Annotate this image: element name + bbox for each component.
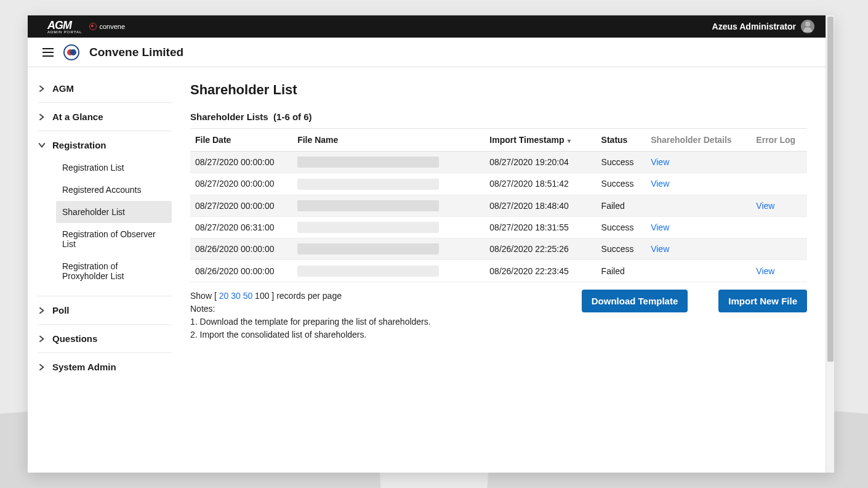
cell-import-timestamp: 08/26/2020 22:25:26 bbox=[484, 238, 596, 260]
sidebar-sub-label: Registration of Proxyholder List bbox=[62, 261, 124, 281]
view-error-log-link[interactable]: View bbox=[756, 266, 774, 276]
chevron-right-icon bbox=[38, 364, 46, 371]
download-template-button[interactable]: Download Template bbox=[582, 290, 688, 312]
cell-shareholder-details: View bbox=[646, 152, 751, 173]
sort-descending-icon: ▾ bbox=[568, 137, 571, 144]
shareholder-list-table: File Date File Name Import Timestamp ▾ S… bbox=[190, 128, 807, 282]
view-details-link[interactable]: View bbox=[651, 244, 669, 254]
cell-file-name bbox=[292, 152, 484, 173]
table-row: 08/27/2020 00:00:0008/27/2020 18:48:40Fa… bbox=[190, 195, 807, 216]
pager-option-50[interactable]: 50 bbox=[243, 291, 253, 301]
col-file-name[interactable]: File Name bbox=[292, 129, 484, 152]
cell-file-date: 08/27/2020 00:00:00 bbox=[190, 152, 292, 173]
scrollbar-thumb[interactable] bbox=[827, 17, 834, 362]
sidebar-item-system-admin[interactable]: System Admin bbox=[38, 353, 172, 381]
cell-shareholder-details: View bbox=[646, 173, 751, 195]
cell-status: Success bbox=[597, 216, 646, 238]
sidebar-item-label: System Admin bbox=[52, 362, 116, 372]
cell-file-name bbox=[292, 260, 484, 282]
pager-option-30[interactable]: 30 bbox=[231, 291, 241, 301]
table-footer-text: Show [ 20 30 50 100 ] records per page N… bbox=[190, 290, 431, 341]
sidebar-sub-shareholder-list[interactable]: Shareholder List bbox=[56, 201, 172, 223]
cell-file-name bbox=[292, 216, 484, 238]
company-name: Convene Limited bbox=[89, 46, 183, 59]
hamburger-menu-icon[interactable] bbox=[42, 48, 54, 57]
import-new-file-button[interactable]: Import New File bbox=[718, 290, 807, 312]
sidebar-sub-registration-list[interactable]: Registration List bbox=[56, 157, 172, 179]
vertical-scrollbar[interactable] bbox=[826, 15, 834, 473]
sidebar-item-label: AGM bbox=[52, 83, 74, 94]
sidebar-sub-label: Registered Accounts bbox=[62, 185, 141, 195]
sidebar-sub-label: Registration of Observer List bbox=[62, 229, 156, 249]
cell-shareholder-details: View bbox=[646, 216, 751, 238]
sidebar-item-registration[interactable]: Registration Registration List Registere… bbox=[38, 131, 172, 296]
cell-import-timestamp: 08/27/2020 18:51:42 bbox=[484, 173, 596, 195]
cell-import-timestamp: 08/26/2020 22:23:45 bbox=[484, 260, 596, 282]
cell-shareholder-details: View bbox=[646, 238, 751, 260]
table-row: 08/27/2020 00:00:0008/27/2020 18:51:42Su… bbox=[190, 173, 807, 195]
pager-option-100[interactable]: 100 bbox=[255, 291, 269, 301]
cell-status: Success bbox=[597, 152, 646, 173]
convene-mark-icon bbox=[89, 23, 97, 30]
list-heading: Shareholder Lists (1-6 of 6) bbox=[190, 112, 807, 122]
sidebar: AGM At a Glance bbox=[28, 67, 182, 473]
redacted-filename-placeholder bbox=[297, 243, 439, 254]
notes-heading: Notes: bbox=[190, 304, 215, 314]
cell-shareholder-details bbox=[646, 195, 751, 216]
pager-option-20[interactable]: 20 bbox=[219, 291, 229, 301]
col-file-date[interactable]: File Date bbox=[190, 129, 292, 152]
chevron-right-icon bbox=[38, 307, 46, 314]
col-error-log[interactable]: Error Log bbox=[751, 129, 807, 152]
redacted-filename-placeholder bbox=[297, 179, 439, 190]
sidebar-sub-label: Registration List bbox=[62, 163, 124, 173]
cell-file-name bbox=[292, 173, 484, 195]
cell-file-name bbox=[292, 238, 484, 260]
sidebar-item-label: At a Glance bbox=[52, 112, 103, 122]
sidebar-item-questions[interactable]: Questions bbox=[38, 325, 172, 353]
note-line: 1. Download the template for preparing t… bbox=[190, 317, 431, 327]
app-window: AGM ADMIN PORTAL convene Azeus Administr… bbox=[28, 15, 834, 473]
avatar-icon[interactable] bbox=[801, 20, 814, 33]
col-status[interactable]: Status bbox=[597, 129, 646, 152]
sidebar-item-poll[interactable]: Poll bbox=[38, 296, 172, 325]
sidebar-sub-registration-proxyholder-list[interactable]: Registration of Proxyholder List bbox=[56, 255, 172, 287]
brand-subtext: ADMIN PORTAL bbox=[47, 30, 82, 34]
redacted-filename-placeholder bbox=[297, 200, 439, 211]
chevron-right-icon bbox=[38, 113, 46, 121]
cell-file-name bbox=[292, 195, 484, 216]
sidebar-item-label: Questions bbox=[52, 333, 97, 344]
list-heading-base: Shareholder Lists bbox=[190, 112, 268, 122]
sidebar-item-label: Poll bbox=[52, 305, 70, 315]
col-import-timestamp[interactable]: Import Timestamp ▾ bbox=[484, 129, 596, 152]
page-title: Shareholder List bbox=[190, 82, 807, 98]
chevron-right-icon bbox=[38, 85, 46, 92]
sidebar-item-label: Registration bbox=[52, 140, 106, 150]
cell-error-log: View bbox=[751, 195, 807, 216]
cell-file-date: 08/26/2020 00:00:00 bbox=[190, 238, 292, 260]
cell-file-date: 08/27/2020 00:00:00 bbox=[190, 195, 292, 216]
chevron-down-icon bbox=[38, 142, 46, 149]
col-shareholder-details[interactable]: Shareholder Details bbox=[646, 129, 751, 152]
view-error-log-link[interactable]: View bbox=[756, 201, 774, 211]
company-logo-icon bbox=[63, 44, 79, 60]
brand-secondary: convene bbox=[89, 23, 125, 30]
view-details-link[interactable]: View bbox=[651, 157, 669, 167]
cell-status: Success bbox=[597, 173, 646, 195]
cell-import-timestamp: 08/27/2020 18:48:40 bbox=[484, 195, 596, 216]
cell-status: Failed bbox=[597, 260, 646, 282]
sidebar-item-agm[interactable]: AGM bbox=[38, 75, 172, 103]
sidebar-item-at-a-glance[interactable]: At a Glance bbox=[38, 103, 172, 131]
cell-file-date: 08/27/2020 00:00:00 bbox=[190, 173, 292, 195]
sidebar-sub-registered-accounts[interactable]: Registered Accounts bbox=[56, 179, 172, 201]
view-details-link[interactable]: View bbox=[651, 222, 669, 232]
cell-error-log bbox=[751, 238, 807, 260]
user-menu[interactable]: Azeus Administrator bbox=[712, 20, 814, 33]
cell-error-log bbox=[751, 152, 807, 173]
sidebar-sub-registration-observer-list[interactable]: Registration of Observer List bbox=[56, 223, 172, 255]
cell-error-log bbox=[751, 173, 807, 195]
brand-secondary-text: convene bbox=[99, 23, 125, 30]
view-details-link[interactable]: View bbox=[651, 179, 669, 189]
chevron-right-icon bbox=[38, 335, 46, 343]
table-row: 08/26/2020 00:00:0008/26/2020 22:23:45Fa… bbox=[190, 260, 807, 282]
brand-logo: AGM ADMIN PORTAL bbox=[47, 20, 82, 34]
